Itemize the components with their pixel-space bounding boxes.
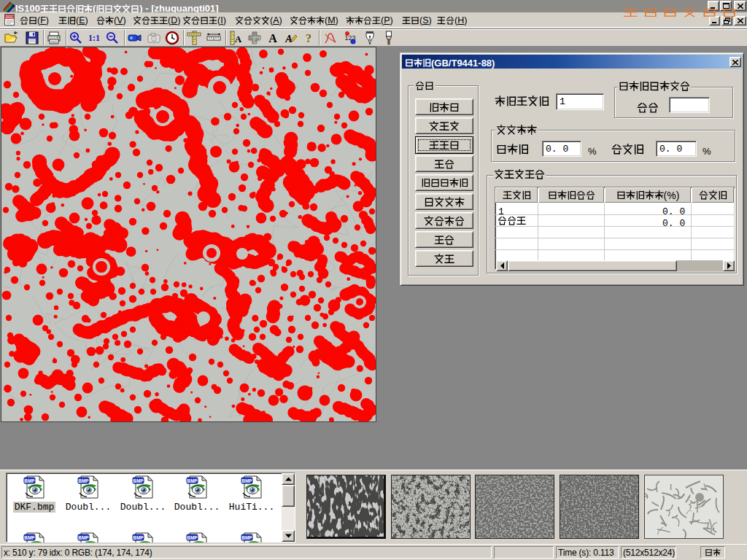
svg-text:?: ? — [306, 32, 311, 44]
svg-text:BMP: BMP — [78, 535, 89, 540]
svg-text:BMP: BMP — [241, 535, 252, 540]
svg-text:BMP: BMP — [78, 478, 89, 483]
svg-text:A: A — [285, 34, 292, 44]
svg-text:DOC: DOC — [6, 15, 14, 19]
svg-text:A: A — [268, 32, 277, 44]
svg-text:A: A — [235, 34, 242, 44]
svg-text:BMP: BMP — [24, 478, 35, 483]
svg-text:123: 123 — [344, 34, 355, 42]
svg-text:BMP: BMP — [24, 535, 35, 540]
svg-text:BMP: BMP — [187, 478, 198, 483]
svg-text:1:1: 1:1 — [88, 33, 100, 43]
svg-text:BMP: BMP — [133, 478, 144, 483]
svg-text:BMP: BMP — [133, 535, 144, 540]
svg-text:BMP: BMP — [187, 535, 198, 540]
svg-text:BMP: BMP — [241, 478, 252, 483]
